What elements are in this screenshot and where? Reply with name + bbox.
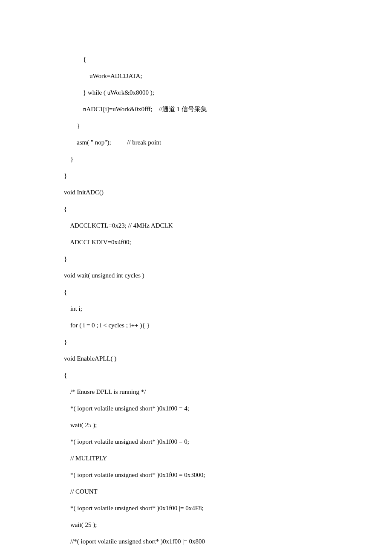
code-line: { [64, 205, 67, 212]
code-line: } [64, 156, 73, 162]
code-line: } [64, 338, 67, 345]
code-line: // COUNT [64, 488, 98, 495]
code-line: nADC1[i]=uWork&0x0fff; // [64, 106, 162, 113]
code-line: for ( i = 0 ; i < cycles ; i++ ){ } [64, 322, 150, 329]
code-line: *( ioport volatile unsigned short* )0x1f… [64, 505, 204, 512]
code-page: { uWork=ADCDATA; } while ( uWork&0x8000 … [0, 0, 392, 555]
code-line-cn: 信号采集 [182, 106, 207, 113]
code-line: void EnableAPLL( ) [64, 355, 116, 362]
code-line: *( ioport volatile unsigned short* )0x1f… [64, 405, 189, 412]
code-line-cn: 通道 [162, 106, 175, 113]
code-line: wait( 25 ); [64, 422, 97, 428]
code-line: void wait( unsigned int cycles ) [64, 272, 144, 279]
code-line: *( ioport volatile unsigned short* )0x1f… [64, 471, 205, 478]
code-line: /* Enusre DPLL is running */ [64, 388, 146, 395]
code-line: } [64, 255, 67, 262]
code-line: void InitADC() [64, 189, 104, 196]
code-line: ADCCLKDIV=0x4f00; [64, 239, 131, 246]
code-line: { [64, 56, 86, 63]
code-line: 1 [175, 106, 182, 113]
code-line: wait( 25 ); [64, 521, 97, 528]
code-line: } [64, 122, 80, 129]
code-line: int i; [64, 305, 82, 312]
code-line: uWork=ADCDATA; [64, 72, 142, 79]
code-line: } while ( uWork&0x8000 ); [64, 89, 154, 96]
code-line: *( ioport volatile unsigned short* )0x1f… [64, 438, 189, 445]
code-line: ADCCLKCTL=0x23; // 4MHz ADCLK [64, 222, 173, 229]
code-line: //*( ioport volatile unsigned short* )0x… [64, 538, 205, 545]
code-line: { [64, 372, 67, 379]
code-line: { [64, 289, 67, 295]
code-line: asm( " nop"); // break point [64, 139, 161, 146]
code-line: } [64, 172, 67, 179]
code-line: // MULITPLY [64, 455, 107, 462]
